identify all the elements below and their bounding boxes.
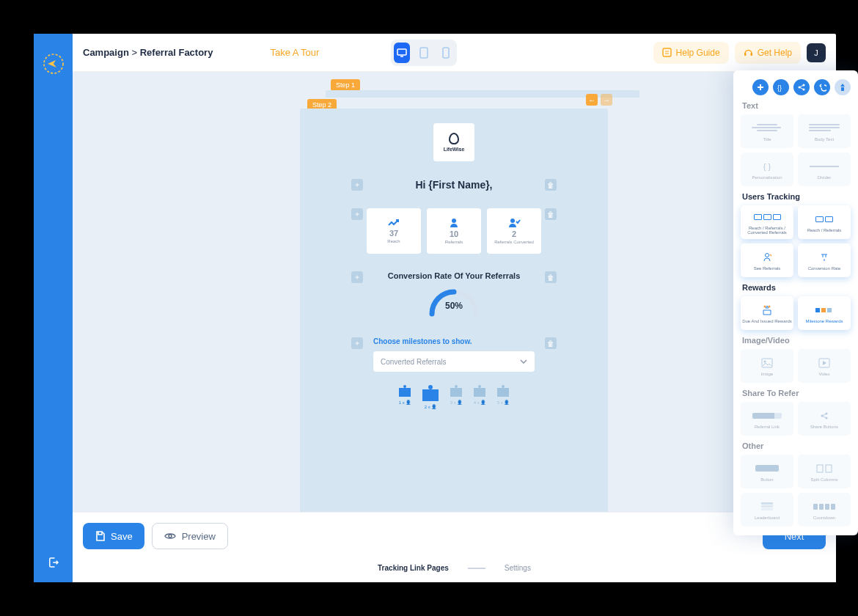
delete-block-icon[interactable]: 🗑 xyxy=(545,208,557,220)
svg-rect-33 xyxy=(761,508,773,510)
lbl: Image xyxy=(761,372,774,376)
tool-undo-icon[interactable] xyxy=(814,79,830,95)
comp-share-buttons[interactable]: Share Buttons xyxy=(798,402,851,436)
avatar[interactable]: J xyxy=(807,43,826,62)
device-mobile-icon[interactable] xyxy=(438,43,454,63)
nav-next-button[interactable]: → xyxy=(601,94,612,106)
milestones-select[interactable]: Converted Referrals xyxy=(373,351,535,372)
comp-rr[interactable]: Reach / Referrals xyxy=(798,205,851,239)
comp-split-columns[interactable]: Split Columns xyxy=(798,455,851,488)
tab-tracking-pages[interactable]: Tracking Link Pages xyxy=(378,564,449,572)
add-block-icon[interactable]: ＋ xyxy=(351,179,363,191)
lbl: Personalisation xyxy=(752,175,782,180)
svg-rect-29 xyxy=(817,465,823,472)
tool-share-icon[interactable] xyxy=(793,79,810,95)
device-switcher xyxy=(391,40,457,66)
section-rewards: Rewards xyxy=(742,283,851,292)
svg-rect-31 xyxy=(761,502,773,505)
device-desktop-icon[interactable] xyxy=(394,43,410,63)
m-lbl: 4 x 👤 xyxy=(474,400,486,405)
svg-rect-9 xyxy=(750,53,752,56)
lbl: Referral Link xyxy=(755,425,780,429)
tool-theme-icon[interactable] xyxy=(835,79,851,95)
comp-conversion-rate[interactable]: Conversion Rate xyxy=(798,243,851,277)
comp-rrc[interactable]: Reach / Referrals / Converted Referrals xyxy=(741,205,793,239)
svg-rect-3 xyxy=(420,48,428,58)
svg-point-19 xyxy=(769,305,771,307)
milestones-title: Choose milestones to show. xyxy=(373,337,561,345)
stat-referrals-label: Referrals xyxy=(445,240,463,244)
preview-button[interactable]: Preview xyxy=(152,523,228,549)
comp-personalisation[interactable]: { }Personalisation xyxy=(741,153,793,186)
svg-point-18 xyxy=(764,305,766,307)
footer-bar: Save Preview Next Tracking Link Pages Se… xyxy=(73,512,836,582)
comp-due-issued-rewards[interactable]: Due And Issued Rewards xyxy=(741,296,793,330)
breadcrumb: Campaign > Referral Factory xyxy=(83,47,213,58)
comp-leaderboard[interactable]: Leaderboard xyxy=(741,493,793,527)
m-lbl: 5 x 👤 xyxy=(497,400,510,405)
stat-converted-value: 2 xyxy=(512,230,516,238)
delete-block-icon[interactable]: 🗑 xyxy=(545,337,557,349)
svg-rect-22 xyxy=(827,308,832,312)
tab-settings[interactable]: Settings xyxy=(505,564,531,572)
drop-icon xyxy=(449,133,459,144)
delete-block-icon[interactable]: 🗑 xyxy=(545,271,557,283)
device-tablet-icon[interactable] xyxy=(416,43,432,63)
comp-milestone-rewards[interactable]: Milestone Rewards xyxy=(798,296,851,330)
step1-tag[interactable]: Step 1 xyxy=(331,79,360,91)
lbl: Share Buttons xyxy=(810,425,838,429)
svg-rect-4 xyxy=(443,48,449,58)
lbl: See Referrals xyxy=(754,266,781,271)
comp-referral-link[interactable]: Referral Link xyxy=(741,402,793,436)
greeting-text: Hi {First Name}, xyxy=(347,179,561,191)
svg-rect-8 xyxy=(744,53,747,56)
comp-countdown[interactable]: Countdown xyxy=(798,493,851,527)
breadcrumb-a[interactable]: Campaign xyxy=(83,47,129,58)
lbl: Divider xyxy=(818,175,832,180)
section-share-to-refer: Share To Refer xyxy=(742,389,851,397)
stat-reach-value: 37 xyxy=(389,229,398,238)
svg-rect-23 xyxy=(762,359,772,367)
m-lbl: 2 x 👤 xyxy=(425,404,437,409)
svg-point-17 xyxy=(766,253,769,257)
delete-block-icon[interactable]: 🗑 xyxy=(545,179,557,191)
svg-rect-32 xyxy=(761,505,773,507)
add-block-icon[interactable]: ＋ xyxy=(351,271,363,283)
milestone-5: 5 x 👤 xyxy=(495,382,511,409)
canvas-area: Step 1 Step 2 ← → LifeWise ＋ 🗑 Hi {Firs xyxy=(73,72,836,582)
svg-point-24 xyxy=(764,360,766,362)
comp-video[interactable]: Video xyxy=(798,349,851,383)
lbl: Video xyxy=(818,372,829,376)
m-lbl: 3 x 👤 xyxy=(450,400,463,405)
tool-add-icon[interactable] xyxy=(752,79,769,95)
help-guide-button[interactable]: Help Guide xyxy=(653,42,729,64)
section-image-video: Image/Video xyxy=(742,336,851,345)
add-block-icon[interactable]: ＋ xyxy=(351,208,363,220)
lbl: Leaderboard xyxy=(755,516,780,520)
progress-dash xyxy=(468,568,485,569)
svg-rect-21 xyxy=(821,308,826,312)
svg-rect-20 xyxy=(815,308,820,312)
conversion-pct: 50% xyxy=(426,301,482,311)
add-block-icon[interactable]: ＋ xyxy=(351,337,363,349)
comp-title[interactable]: Title xyxy=(741,114,793,148)
get-help-button[interactable]: Get Help xyxy=(735,42,801,64)
comp-body-text[interactable]: Body Text xyxy=(798,114,851,148)
svg-text:{}: {} xyxy=(777,84,782,92)
tool-code-icon[interactable]: {} xyxy=(773,79,789,95)
breadcrumb-b[interactable]: Referral Factory xyxy=(140,47,213,58)
save-button[interactable]: Save xyxy=(83,523,144,549)
take-tour-link[interactable]: Take A Tour xyxy=(270,47,319,58)
exit-icon[interactable] xyxy=(47,556,60,569)
comp-button[interactable]: Button xyxy=(741,455,793,488)
svg-rect-1 xyxy=(397,49,406,55)
stat-converted-label: Referrals Converted xyxy=(494,240,534,244)
topbar: Campaign > Referral Factory Take A Tour … xyxy=(73,34,836,72)
page-preview: LifeWise ＋ 🗑 Hi {First Name}, ＋ 🗑 xyxy=(300,109,608,547)
comp-divider[interactable]: Divider xyxy=(798,153,851,186)
stat-referrals-value: 10 xyxy=(450,230,458,238)
comp-image[interactable]: Image xyxy=(741,349,793,383)
lbl: Title xyxy=(763,137,771,142)
nav-prev-button[interactable]: ← xyxy=(586,94,598,106)
comp-see-referrals[interactable]: See Referrals xyxy=(741,243,793,277)
